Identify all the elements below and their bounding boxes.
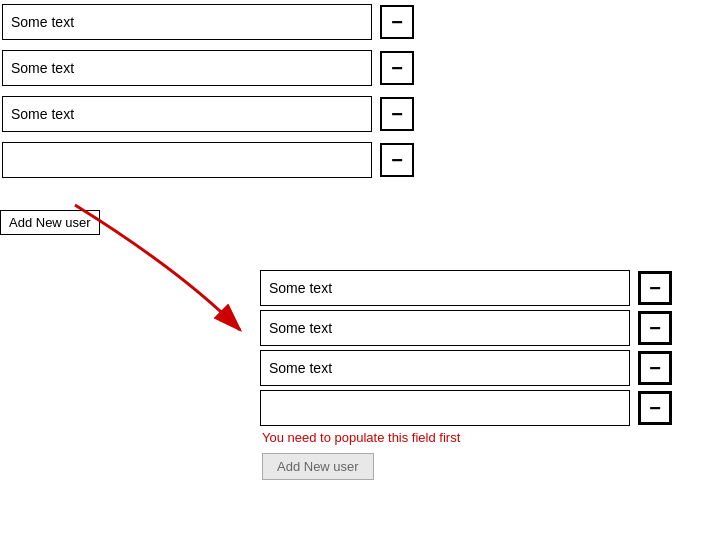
bottom-remove-btn-3[interactable] bbox=[638, 351, 672, 385]
top-input-1[interactable] bbox=[2, 4, 372, 40]
top-remove-btn-1[interactable] bbox=[380, 5, 414, 39]
add-new-user-button-top[interactable]: Add New user bbox=[0, 210, 100, 235]
bottom-input-3[interactable] bbox=[260, 350, 630, 386]
bottom-remove-btn-4[interactable] bbox=[638, 391, 672, 425]
bottom-remove-btn-2[interactable] bbox=[638, 311, 672, 345]
top-row-2 bbox=[0, 46, 450, 90]
top-remove-btn-4[interactable] bbox=[380, 143, 414, 177]
bottom-row-3 bbox=[260, 350, 705, 386]
validation-message: You need to populate this field first bbox=[262, 430, 705, 445]
top-remove-btn-3[interactable] bbox=[380, 97, 414, 131]
top-form-section bbox=[0, 0, 450, 182]
bottom-row-4 bbox=[260, 390, 705, 426]
bottom-input-1[interactable] bbox=[260, 270, 630, 306]
bottom-input-4[interactable] bbox=[260, 390, 630, 426]
bottom-remove-btn-1[interactable] bbox=[638, 271, 672, 305]
bottom-row-1 bbox=[260, 270, 705, 306]
top-input-2[interactable] bbox=[2, 50, 372, 86]
bottom-form-section: You need to populate this field first Ad… bbox=[260, 270, 705, 480]
top-row-3 bbox=[0, 92, 450, 136]
top-input-4[interactable] bbox=[2, 142, 372, 178]
top-input-3[interactable] bbox=[2, 96, 372, 132]
add-new-user-button-bottom[interactable]: Add New user bbox=[262, 453, 374, 480]
top-row-4 bbox=[0, 138, 450, 182]
bottom-input-2[interactable] bbox=[260, 310, 630, 346]
bottom-row-2 bbox=[260, 310, 705, 346]
top-remove-btn-2[interactable] bbox=[380, 51, 414, 85]
top-row-1 bbox=[0, 0, 450, 44]
